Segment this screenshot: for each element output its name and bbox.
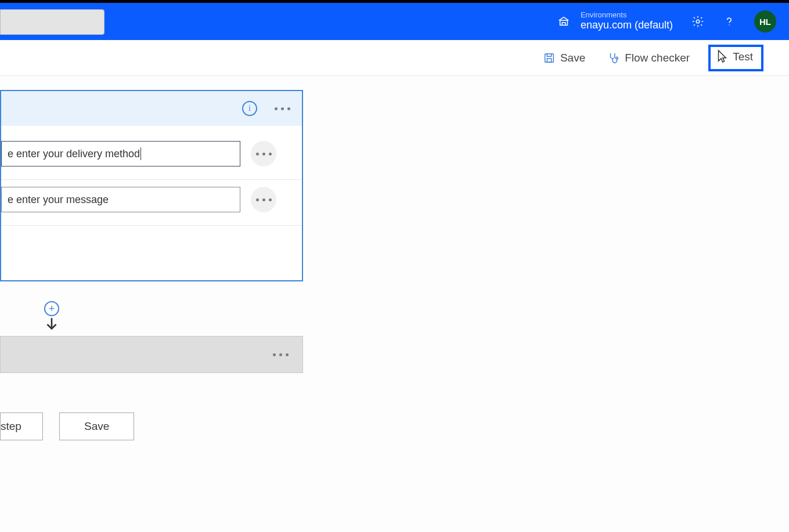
ellipsis-icon xyxy=(256,153,272,155)
app-header: Environments enayu.com (default) HL xyxy=(0,3,789,40)
save-icon xyxy=(543,52,556,64)
svg-point-5 xyxy=(616,57,618,59)
text-caret xyxy=(140,147,141,160)
delivery-method-value: e enter your delivery method xyxy=(8,148,140,160)
svg-point-1 xyxy=(696,20,700,23)
svg-point-2 xyxy=(729,24,730,26)
gear-icon[interactable] xyxy=(691,15,704,28)
save-label: Save xyxy=(560,52,585,64)
stethoscope-icon xyxy=(607,52,620,64)
header-right-group: Environments enayu.com (default) HL xyxy=(557,3,776,40)
help-icon[interactable] xyxy=(723,15,736,28)
input-row-2-menu[interactable] xyxy=(251,187,276,212)
test-label: Test xyxy=(733,50,753,63)
environments-label: Environments xyxy=(581,11,673,19)
info-icon[interactable]: i xyxy=(242,101,257,116)
save-button[interactable]: Save xyxy=(537,48,591,68)
cursor-icon xyxy=(715,49,728,64)
environment-picker[interactable]: Environments enayu.com (default) xyxy=(557,11,673,32)
svg-rect-4 xyxy=(547,58,551,61)
ellipsis-icon xyxy=(256,198,272,201)
search-input[interactable] xyxy=(0,9,105,35)
new-step-label: step xyxy=(1,420,21,432)
input-row-2: e enter your message xyxy=(1,180,302,226)
step-connector: + xyxy=(44,301,59,334)
save-flow-button[interactable]: Save xyxy=(59,412,134,440)
test-button[interactable]: Test xyxy=(708,45,763,71)
card-spacer xyxy=(1,226,302,272)
trigger-card-header[interactable]: i xyxy=(1,91,302,126)
flow-checker-label: Flow checker xyxy=(625,52,690,64)
flow-checker-button[interactable]: Flow checker xyxy=(601,48,696,68)
trigger-card: i e enter your delivery method e enter y… xyxy=(0,90,303,281)
trigger-card-body: e enter your delivery method e enter you… xyxy=(1,126,302,280)
avatar-initials: HL xyxy=(759,17,771,27)
flow-canvas[interactable]: i e enter your delivery method e enter y… xyxy=(0,76,789,532)
action-card-menu-icon[interactable] xyxy=(273,353,289,356)
new-step-button[interactable]: step xyxy=(0,412,43,440)
message-value: e enter your message xyxy=(8,194,109,206)
input-row-1: e enter your delivery method xyxy=(1,134,302,180)
message-input[interactable]: e enter your message xyxy=(1,187,240,212)
input-row-1-menu[interactable] xyxy=(251,141,276,167)
svg-rect-3 xyxy=(545,53,554,62)
bottom-button-row: step Save xyxy=(0,412,134,440)
card-menu-icon[interactable] xyxy=(275,107,290,110)
environment-value: enayu.com (default) xyxy=(581,19,673,32)
action-card-collapsed[interactable] xyxy=(0,336,303,373)
command-bar: Save Flow checker Test xyxy=(0,40,789,76)
delivery-method-input[interactable]: e enter your delivery method xyxy=(1,141,240,167)
add-step-icon[interactable]: + xyxy=(44,301,59,316)
save-flow-label: Save xyxy=(84,420,109,432)
arrow-down-icon xyxy=(44,316,59,334)
avatar[interactable]: HL xyxy=(754,10,776,32)
environment-icon xyxy=(557,15,570,28)
